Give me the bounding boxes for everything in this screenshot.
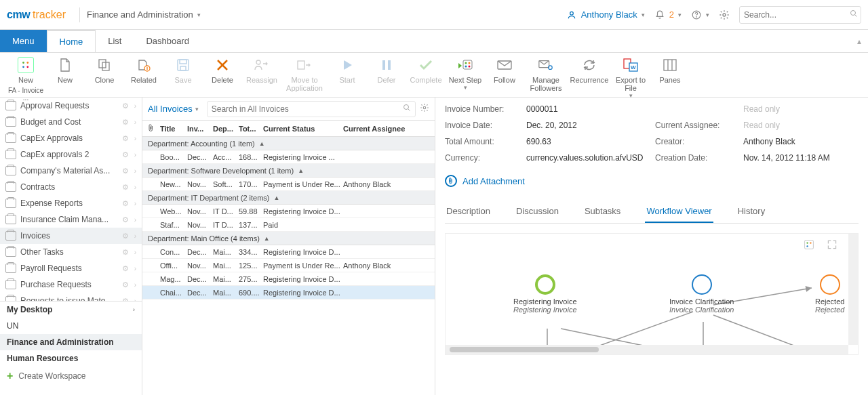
- expand-ribbon-icon[interactable]: ▴: [850, 37, 868, 46]
- item-gear-icon[interactable]: ⚙: [122, 167, 129, 175]
- list-row[interactable]: Mag...Dec...Mai...275...Registering Invo…: [142, 272, 435, 286]
- tab-description[interactable]: Description: [445, 201, 492, 223]
- wf-app-icon[interactable]: [804, 239, 814, 252]
- list-row[interactable]: Web...Nov...IT D...59.88Registering Invo…: [142, 205, 435, 218]
- reassign-button[interactable]: Reassign: [243, 57, 281, 84]
- list-row[interactable]: Con...Dec...Mai...334...Registering Invo…: [142, 245, 435, 259]
- group-header[interactable]: Department: Accounting (1 item) ▲: [142, 137, 435, 150]
- tab-list[interactable]: List: [96, 30, 134, 52]
- sidebar-item[interactable]: Contracts⚙›: [0, 179, 142, 195]
- search-icon[interactable]: [850, 9, 858, 20]
- wf-node-rejected[interactable]: Rejected Rejected: [815, 274, 844, 314]
- item-gear-icon[interactable]: ⚙: [122, 118, 129, 127]
- item-gear-icon[interactable]: ⚙: [122, 264, 129, 273]
- panes-button[interactable]: Panes: [651, 57, 689, 84]
- item-gear-icon[interactable]: ⚙: [122, 150, 129, 159]
- sidebar-item[interactable]: Other Tasks⚙›: [0, 244, 142, 260]
- sidebar-item[interactable]: Invoices⚙›: [0, 228, 142, 244]
- col-assignee[interactable]: Current Assignee: [343, 125, 429, 133]
- workspace-my-desktop[interactable]: My Desktop ›: [0, 302, 142, 318]
- start-button[interactable]: Start: [328, 57, 366, 84]
- recurrence-button[interactable]: Recurrence: [568, 57, 610, 84]
- group-header[interactable]: Department: Main Office (4 items) ▲: [142, 232, 435, 245]
- next-step-button[interactable]: Next Step ▾: [446, 57, 484, 91]
- item-gear-icon[interactable]: ⚙: [122, 199, 129, 208]
- notifications[interactable]: 2 ▾: [654, 9, 682, 20]
- complete-button[interactable]: Complete: [407, 57, 445, 84]
- wf-scrollbar-v[interactable]: [848, 234, 858, 345]
- sidebar-item[interactable]: Company's Material As...⚙›: [0, 163, 142, 179]
- sidebar-item[interactable]: Budget and Cost⚙›: [0, 114, 142, 130]
- related-button[interactable]: Related: [125, 57, 163, 84]
- tab-subtasks[interactable]: Subtasks: [583, 201, 622, 223]
- breadcrumb[interactable]: Finance and Administration ▾: [87, 9, 201, 20]
- collapse-icon[interactable]: ▲: [298, 167, 304, 174]
- col-dep[interactable]: Dep...: [213, 125, 239, 133]
- new-button[interactable]: New: [46, 57, 84, 84]
- list-settings-icon[interactable]: [420, 103, 429, 115]
- collapse-icon[interactable]: ▲: [264, 235, 270, 242]
- workspace-finance[interactable]: Finance and Administration: [0, 334, 142, 350]
- item-gear-icon[interactable]: ⚙: [122, 102, 129, 110]
- tab-dashboard[interactable]: Dashboard: [134, 30, 201, 52]
- new-fa-invoice-button[interactable]: New FA - Invoice ...: [7, 57, 45, 102]
- collapse-icon[interactable]: ▲: [259, 140, 265, 147]
- collapse-icon[interactable]: ▲: [274, 194, 280, 201]
- item-gear-icon[interactable]: ⚙: [122, 248, 129, 257]
- wf-scrollbar-h[interactable]: [446, 345, 848, 354]
- wf-fullscreen-icon[interactable]: [827, 239, 837, 252]
- view-dropdown[interactable]: All Invoices ▾: [148, 104, 199, 114]
- tab-workflow-viewer[interactable]: Workflow Viewer: [645, 201, 713, 223]
- list-search-input[interactable]: [212, 104, 400, 114]
- delete-button[interactable]: Delete: [203, 57, 241, 84]
- sidebar-item[interactable]: Insurance Claim Mana...⚙›: [0, 211, 142, 228]
- global-search[interactable]: [739, 6, 861, 24]
- add-attachment-button[interactable]: Add Attachment: [445, 175, 859, 187]
- workspace-un[interactable]: UN: [0, 318, 142, 334]
- search-icon[interactable]: [403, 104, 411, 114]
- item-gear-icon[interactable]: ⚙: [122, 297, 129, 302]
- tab-discussion[interactable]: Discussion: [515, 201, 560, 223]
- list-row[interactable]: Chai...Dec...Mai...690....Registering In…: [142, 286, 435, 299]
- attach-header-icon[interactable]: [148, 124, 160, 133]
- sidebar-item[interactable]: Expense Reports⚙›: [0, 195, 142, 211]
- defer-button[interactable]: Defer: [368, 57, 406, 84]
- group-header[interactable]: Department: IT Department (2 items) ▲: [142, 191, 435, 205]
- sidebar-item[interactable]: CapEx Approvals⚙›: [0, 130, 142, 146]
- sidebar-item[interactable]: Approval Requests⚙›: [0, 98, 142, 114]
- item-gear-icon[interactable]: ⚙: [122, 183, 129, 192]
- gear-icon[interactable]: [719, 9, 730, 20]
- search-input[interactable]: [744, 10, 846, 20]
- move-to-app-button[interactable]: Move to Application: [282, 57, 327, 92]
- save-button[interactable]: Save: [164, 57, 202, 84]
- help-menu[interactable]: ▾: [691, 9, 709, 20]
- wf-node-registering[interactable]: Registering Invoice Registering Invoice: [513, 274, 577, 314]
- export-button[interactable]: W Export to File ▾: [612, 57, 650, 100]
- sidebar-item[interactable]: CapEx approvals 2⚙›: [0, 146, 142, 163]
- workspace-hr[interactable]: Human Resources: [0, 350, 142, 367]
- tab-history[interactable]: History: [736, 201, 766, 223]
- col-inv[interactable]: Inv...: [187, 125, 213, 133]
- item-gear-icon[interactable]: ⚙: [122, 280, 129, 289]
- list-row[interactable]: Offi...Nov...Mai...125...Payment is Unde…: [142, 259, 435, 272]
- sidebar-item[interactable]: Purchase Requests⚙›: [0, 276, 142, 293]
- item-gear-icon[interactable]: ⚙: [122, 134, 129, 143]
- wf-node-clarification[interactable]: Invoice Clarification Invoice Clarificat…: [669, 274, 734, 314]
- list-row[interactable]: Boo...Dec...Acc...168...Registering Invo…: [142, 150, 435, 164]
- item-gear-icon[interactable]: ⚙: [122, 215, 129, 224]
- tab-home[interactable]: Home: [47, 30, 96, 52]
- group-header[interactable]: Department: Software Development (1 item…: [142, 164, 435, 178]
- list-search[interactable]: [207, 101, 416, 117]
- clone-button[interactable]: Clone: [85, 57, 123, 84]
- follow-button[interactable]: Follow: [486, 57, 524, 84]
- sidebar-item[interactable]: Payroll Requests⚙›: [0, 260, 142, 276]
- manage-followers-button[interactable]: Manage Followers: [525, 57, 567, 92]
- list-row[interactable]: Staf...Nov...IT D...137...Paid: [142, 218, 435, 232]
- create-workspace-button[interactable]: + Create Workspace: [0, 367, 142, 386]
- menu-button[interactable]: Menu: [0, 30, 47, 52]
- sidebar-item[interactable]: Requests to issue Mate...⚙›: [0, 293, 142, 301]
- col-title[interactable]: Title: [160, 125, 187, 133]
- item-gear-icon[interactable]: ⚙: [122, 232, 129, 241]
- list-row[interactable]: New...Nov...Soft...170...Payment is Unde…: [142, 178, 435, 191]
- col-status[interactable]: Current Status: [263, 125, 343, 133]
